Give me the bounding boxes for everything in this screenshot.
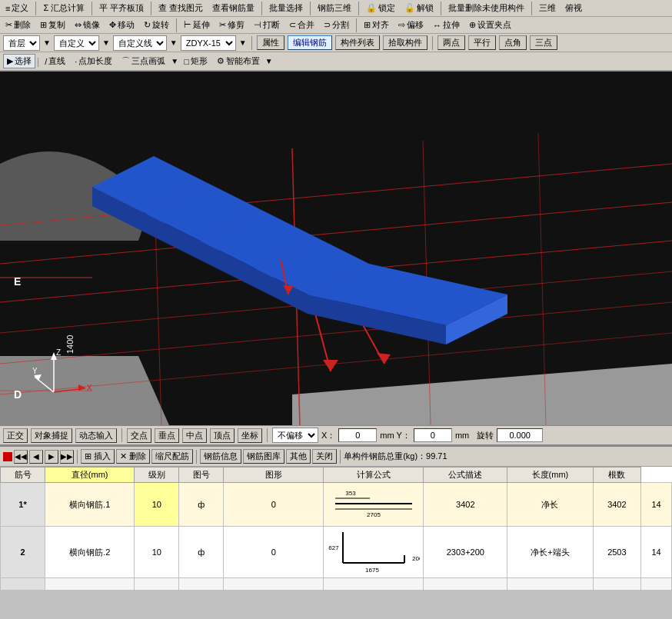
move-btn[interactable]: ✥移动 [105, 18, 138, 32]
lock-btn[interactable]: 🔒锁定 [362, 1, 399, 15]
angle-btn[interactable]: 点角 [499, 35, 527, 50]
merge-btn[interactable]: ⊂合并 [285, 18, 318, 32]
close-icon[interactable] [3, 452, 12, 461]
col-drawing: 图号 [179, 468, 224, 483]
dimension-label: 1400 [65, 335, 75, 354]
snap-btn[interactable]: 对象捕捉 [31, 428, 72, 443]
trim-btn[interactable]: ✂修剪 [215, 18, 248, 32]
unlock-btn[interactable]: 🔓解锁 [401, 1, 437, 15]
stretch-btn[interactable]: ↔拉伸 [429, 18, 464, 32]
threepoint-btn[interactable]: 三点 [530, 35, 557, 50]
axis-arrows: Z Y X [31, 346, 100, 400]
smart-place-btn[interactable]: ⚙ 智能布置 [213, 54, 264, 68]
sep-arrow5: ▼ [171, 57, 178, 65]
table-row[interactable]: 2 横向钢筋.2 10 ф 0 [1, 527, 672, 578]
col-length: 长度(mm) [507, 468, 593, 483]
line-btn[interactable]: / 直线 [41, 54, 69, 68]
sep-arrow2: ▼ [102, 38, 110, 47]
define-select[interactable]: 自定义 [54, 35, 99, 51]
rotate-input[interactable] [497, 428, 543, 442]
rect-btn[interactable]: □ 矩形 [180, 54, 211, 68]
svg-text:1675: 1675 [365, 567, 379, 574]
3d-viewport[interactable]: E D Z Y X 1400 [0, 72, 672, 425]
sep-status [121, 428, 122, 442]
prev-btn[interactable]: ◀ [29, 450, 43, 464]
checkrebar-btn[interactable]: 查看钢筋量 [208, 1, 258, 15]
define-btn[interactable]: ≡定义 [2, 1, 32, 15]
sep8 [531, 2, 532, 15]
sketch-row1: 353 2705 [328, 484, 420, 523]
batchdelete-btn[interactable]: 批量删除未使用构件 [444, 1, 528, 15]
scale-config-btn[interactable]: 缩尺配筋 [151, 449, 193, 464]
sep10 [356, 18, 357, 32]
intersection-btn[interactable]: 交点 [127, 428, 151, 443]
close-panel-btn[interactable]: 关闭 [312, 449, 337, 464]
col-diameter: 直径(mm) [45, 468, 135, 483]
offset-btn[interactable]: ⇨偏移 [394, 18, 427, 32]
sep-arrow4: ▼ [239, 38, 247, 47]
pick-component-btn[interactable]: 拾取构件 [383, 35, 427, 50]
flatview-btn[interactable]: 平 平齐板顶 [95, 1, 148, 15]
rebar3d-btn[interactable]: 钢筋三维 [314, 1, 355, 15]
row1-count: 14 [641, 483, 672, 527]
x-input[interactable] [338, 428, 377, 442]
sep5 [310, 2, 311, 15]
table-row[interactable]: 3 横向钢筋.3 10 ф 0 1825 [1, 578, 672, 591]
sep-arrow3: ▼ [170, 38, 178, 47]
arc-btn[interactable]: ⌒ 三点画弧 [118, 54, 169, 68]
zdyx-select[interactable]: ZDYX-15 [181, 35, 236, 51]
sep3 [151, 2, 151, 15]
table-row[interactable]: 1* 横向钢筋.1 10 ф 0 353 [1, 483, 672, 527]
sep-rebar [77, 450, 78, 464]
mirror-btn[interactable]: ⇔镜像 [71, 18, 104, 32]
status-bar: 正交 对象捕捉 动态输入 交点 垂点 中点 顶点 坐标 不偏移 X： mm Y：… [0, 425, 672, 445]
row2-desc: 净长+端头 [507, 527, 593, 578]
batchselect-btn[interactable]: 批量选择 [265, 1, 307, 15]
component-list-btn[interactable]: 构件列表 [335, 35, 380, 50]
axis-e-label: E [14, 275, 21, 288]
row3-diameter: 10 [135, 578, 179, 591]
delete-btn[interactable]: ✂删除 [2, 18, 35, 32]
other-btn[interactable]: 其他 [286, 449, 311, 464]
midpoint-btn[interactable]: 中点 [182, 428, 207, 443]
property-btn[interactable]: 属性 [257, 35, 284, 50]
y-input[interactable] [414, 428, 452, 442]
twopoint-btn[interactable]: 两点 [437, 35, 465, 50]
sep-arrow: ▼ [43, 38, 51, 47]
line-type-select[interactable]: 自定义线 [113, 35, 167, 51]
rotate-btn[interactable]: ↻旋转 [140, 18, 173, 32]
delete-rebar-btn[interactable]: ✕ 删除 [116, 449, 150, 464]
unlock-icon: 🔓 [404, 3, 415, 13]
perpendicular-btn[interactable]: 垂点 [155, 428, 179, 443]
floor-select[interactable]: 首层 [3, 35, 40, 51]
row3-count: 14 [641, 578, 672, 591]
setpoint-btn[interactable]: ⊕设置夹点 [465, 18, 515, 32]
svg-marker-43 [78, 384, 86, 391]
sep-v: | [37, 56, 39, 67]
rebar-library-btn[interactable]: 钢筋图库 [243, 449, 284, 464]
3d-btn[interactable]: 三维 [535, 1, 560, 15]
dynamic-input-btn[interactable]: 动态输入 [75, 428, 117, 443]
first-btn[interactable]: ◀◀ [14, 450, 28, 464]
select-tool-btn[interactable]: ▶ 选择 [3, 54, 35, 68]
rebar-info-btn[interactable]: 钢筋信息 [200, 449, 241, 464]
point-length-btn[interactable]: · 点加长度 [71, 54, 116, 68]
extend-btn[interactable]: ⊢延伸 [180, 18, 214, 32]
edit-rebar-btn[interactable]: 编辑钢筋 [288, 35, 332, 50]
orthogonal-btn[interactable]: 正交 [3, 428, 28, 443]
offset-mode-select[interactable]: 不偏移 [272, 428, 318, 443]
parallel-btn[interactable]: 平行 [468, 35, 496, 50]
last-btn[interactable]: ▶▶ [60, 450, 74, 464]
sep-arrow6: ▼ [265, 57, 273, 65]
break-btn[interactable]: ⊣打断 [250, 18, 284, 32]
copy-btn[interactable]: ⊞复制 [36, 18, 69, 32]
vertex-btn[interactable]: 顶点 [210, 428, 235, 443]
summary-btn[interactable]: Σ 汇总计算 [39, 1, 88, 15]
align-btn[interactable]: ⊞对齐 [360, 18, 393, 32]
split-btn[interactable]: ⊃分割 [320, 18, 353, 32]
topview-btn[interactable]: 俯视 [561, 1, 586, 15]
coordinate-btn[interactable]: 坐标 [238, 428, 262, 443]
findrebar-btn[interactable]: 查 查找图元 [155, 1, 207, 15]
insert-btn[interactable]: ⊞ 插入 [81, 449, 115, 464]
next-btn[interactable]: ▶ [45, 450, 58, 464]
